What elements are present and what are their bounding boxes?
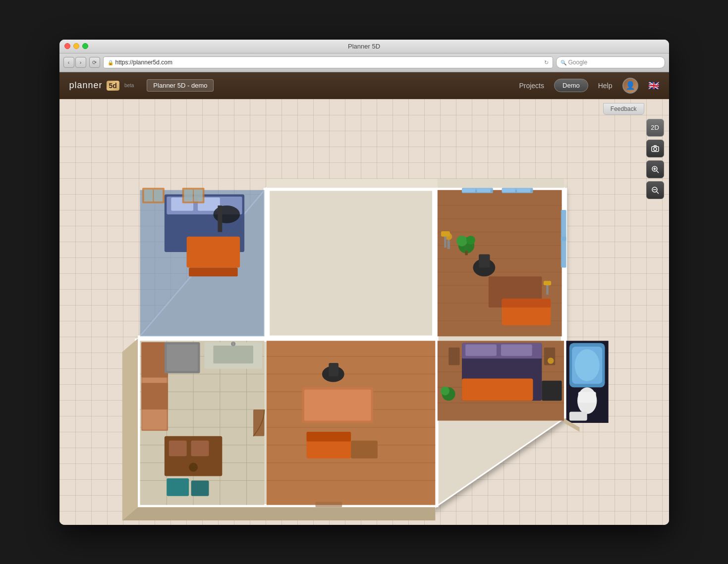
svg-rect-47 <box>447 240 449 249</box>
svg-rect-116 <box>578 392 596 403</box>
svg-marker-121 <box>266 179 437 188</box>
svg-rect-104 <box>462 378 533 401</box>
svg-point-134 <box>654 148 657 151</box>
avatar[interactable]: 👤 <box>622 78 638 94</box>
back-button[interactable]: ‹ <box>63 57 74 68</box>
svg-rect-74 <box>191 440 209 456</box>
main-content: Feedback 2D <box>59 99 669 525</box>
svg-rect-71 <box>253 410 264 436</box>
search-icon: 🔍 <box>560 60 566 65</box>
2d-button[interactable]: 2D <box>646 119 664 137</box>
svg-rect-36 <box>560 236 566 267</box>
project-name-badge[interactable]: Planner 5D - demo <box>147 79 214 92</box>
logo-beta: beta <box>124 83 134 88</box>
svg-rect-73 <box>168 440 186 456</box>
svg-marker-118 <box>122 338 137 520</box>
main-window: Planner 5D ‹ › ⟳ 🔒 https://planner5d.com… <box>59 40 669 525</box>
svg-point-109 <box>441 386 449 395</box>
svg-rect-38 <box>479 254 490 267</box>
floor-plan-3d <box>59 99 669 525</box>
svg-rect-107 <box>542 380 561 400</box>
svg-rect-16 <box>189 267 238 276</box>
logo-area: planner 5d beta <box>69 80 134 91</box>
svg-line-140 <box>657 192 659 194</box>
svg-rect-35 <box>560 209 566 241</box>
camera-button[interactable] <box>646 140 664 157</box>
browser-toolbar: ‹ › ⟳ 🔒 https://planner5d.com ↻ 🔍 Google <box>59 53 669 72</box>
svg-rect-70 <box>167 344 198 371</box>
svg-rect-41 <box>502 299 551 308</box>
refresh-icon[interactable]: ↻ <box>544 59 549 66</box>
svg-rect-34 <box>517 188 530 192</box>
header-nav: Projects Demo Help 👤 🇬🇧 <box>519 78 659 94</box>
svg-rect-128 <box>194 189 203 201</box>
forward-button[interactable]: › <box>75 57 86 68</box>
window-title: Planner 5D <box>348 43 380 50</box>
svg-rect-105 <box>448 347 459 365</box>
svg-point-110 <box>547 358 554 364</box>
right-toolbar: 2D <box>646 119 664 199</box>
svg-point-43 <box>456 235 467 246</box>
svg-rect-103 <box>501 344 532 356</box>
logo-text: planner <box>69 80 103 91</box>
svg-point-44 <box>466 235 475 244</box>
nav-projects[interactable]: Projects <box>519 82 544 90</box>
svg-rect-94 <box>315 502 342 507</box>
nav-demo[interactable]: Demo <box>554 79 588 92</box>
canvas-area[interactable]: Feedback 2D <box>59 99 669 525</box>
svg-rect-33 <box>502 188 515 192</box>
svg-rect-93 <box>351 440 378 458</box>
svg-rect-18 <box>218 205 222 232</box>
lock-icon: 🔒 <box>108 60 113 65</box>
svg-rect-68 <box>232 342 234 345</box>
zoom-out-button[interactable] <box>646 181 664 199</box>
svg-rect-77 <box>191 480 209 496</box>
feedback-button[interactable]: Feedback <box>603 103 644 115</box>
svg-rect-125 <box>154 189 163 201</box>
svg-rect-76 <box>167 478 189 496</box>
svg-rect-63 <box>141 342 168 377</box>
svg-rect-102 <box>465 344 497 356</box>
svg-rect-117 <box>569 411 587 420</box>
svg-rect-124 <box>144 189 153 201</box>
title-bar: Planner 5D <box>59 40 669 53</box>
app-header: planner 5d beta Planner 5D - demo Projec… <box>59 72 669 99</box>
close-button[interactable] <box>64 43 70 49</box>
svg-rect-66 <box>213 346 253 363</box>
language-flag[interactable]: 🇬🇧 <box>648 80 659 91</box>
svg-rect-92 <box>306 431 351 441</box>
minimize-button[interactable] <box>73 43 79 49</box>
svg-rect-31 <box>477 188 490 192</box>
svg-marker-122 <box>437 179 563 188</box>
url-text: https://planner5d.com <box>115 59 172 66</box>
svg-rect-127 <box>184 189 193 201</box>
svg-line-136 <box>657 171 659 173</box>
search-bar[interactable]: 🔍 Google <box>556 56 665 68</box>
nav-help[interactable]: Help <box>598 82 613 90</box>
address-bar[interactable]: 🔒 https://planner5d.com ↻ <box>103 56 553 68</box>
svg-rect-64 <box>141 383 168 410</box>
svg-point-75 <box>189 462 198 471</box>
svg-marker-119 <box>122 507 435 520</box>
zoom-in-button[interactable] <box>646 160 664 178</box>
svg-rect-45 <box>465 251 467 255</box>
logo-5d: 5d <box>107 81 119 91</box>
svg-rect-30 <box>462 188 475 192</box>
nav-buttons: ‹ › <box>63 57 86 68</box>
search-placeholder: Google <box>568 59 588 66</box>
traffic-lights <box>64 43 88 49</box>
svg-rect-90 <box>304 389 371 420</box>
svg-point-114 <box>574 349 599 381</box>
svg-rect-132 <box>543 281 551 285</box>
svg-point-17 <box>213 205 240 223</box>
svg-rect-130 <box>441 231 449 236</box>
svg-rect-15 <box>186 236 240 267</box>
reload-button[interactable]: ⟳ <box>89 57 100 68</box>
svg-rect-88 <box>329 363 338 376</box>
maximize-button[interactable] <box>82 43 88 49</box>
